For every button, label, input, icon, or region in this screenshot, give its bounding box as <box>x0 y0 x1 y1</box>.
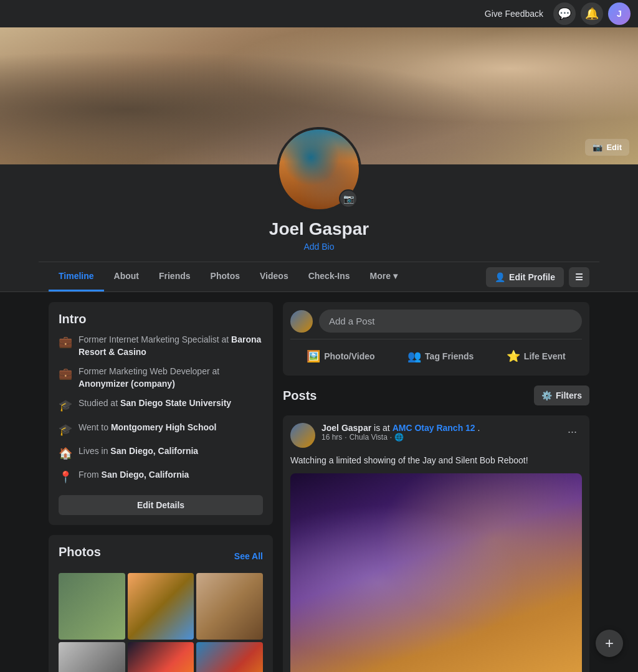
photo-image-1 <box>59 573 125 640</box>
tab-more[interactable]: More ▾ <box>360 262 407 291</box>
work-icon-1: 💼 <box>59 334 72 350</box>
profile-name: Joel Gaspar <box>269 219 369 239</box>
tab-videos[interactable]: Videos <box>250 262 298 291</box>
tab-photos[interactable]: Photos <box>201 262 250 291</box>
work-icon-2: 💼 <box>59 366 72 382</box>
photo-video-label: Photo/Video <box>324 351 374 361</box>
edit-details-button[interactable]: Edit Details <box>59 495 263 515</box>
main-content: Intro 💼 Former Internet Marketing Specia… <box>39 302 599 672</box>
post-location-1: AMC Otay Ranch 12 <box>393 423 475 433</box>
give-feedback-button[interactable]: Give Feedback <box>480 5 548 22</box>
camera-icon: 📷 <box>593 143 602 152</box>
notifications-icon[interactable]: 🔔 <box>581 2 603 25</box>
post-meta-1: 16 hrs · Chula Vista · 🌐 <box>321 433 556 442</box>
post-user-info-1: Joel Gaspar is at AMC Otay Ranch 12 . 16… <box>321 423 556 442</box>
intro-item-3: 🎓 Studied at San Diego State University <box>59 397 263 414</box>
photo-video-button[interactable]: 🖼️ Photo/Video <box>297 344 384 368</box>
tag-friends-label: Tag Friends <box>425 351 474 361</box>
post-time-1: 16 hrs <box>321 433 342 442</box>
intro-item-6: 📍 From San Diego, California <box>59 469 263 485</box>
edu-icon-2: 🎓 <box>59 422 72 438</box>
photo-thumb-6[interactable] <box>196 642 263 672</box>
post-username-1[interactable]: Joel Gaspar <box>321 423 371 433</box>
intro-text-bold-6: San Diego, California <box>102 470 189 480</box>
profile-nav: Timeline About Friends Photos Videos Che… <box>39 262 599 291</box>
post-action-text-1: is at <box>374 423 393 433</box>
edit-profile-icon: 👤 <box>495 272 505 282</box>
post-composer-avatar <box>290 310 313 333</box>
photo-image-6 <box>196 642 263 672</box>
post-image-content-1 <box>290 473 582 672</box>
add-bio-link[interactable]: Add Bio <box>303 242 334 252</box>
photo-image-4 <box>59 642 125 672</box>
profile-avatar-wrapper: 📷 <box>277 127 361 212</box>
chevron-down-icon: ▾ <box>393 271 398 281</box>
photo-image-5 <box>128 642 194 672</box>
posts-title: Posts <box>283 389 317 403</box>
photo-image-2 <box>128 573 194 640</box>
photo-thumb-5[interactable] <box>128 642 194 672</box>
post-user-avatar-1 <box>290 423 315 448</box>
post-header-1: Joel Gaspar is at AMC Otay Ranch 12 . 16… <box>290 423 582 448</box>
photo-thumb-4[interactable] <box>59 642 125 672</box>
photo-video-icon: 🖼️ <box>307 349 320 363</box>
add-post-button[interactable]: Add a Post <box>319 310 582 333</box>
intro-item-4: 🎓 Went to Montgomery High School <box>59 422 263 438</box>
intro-item-1: 💼 Former Internet Marketing Specialist a… <box>59 334 263 358</box>
life-event-label: Life Event <box>524 351 566 361</box>
tab-checkins[interactable]: Check-Ins <box>298 262 360 291</box>
left-column: Intro 💼 Former Internet Marketing Specia… <box>49 302 273 672</box>
tag-friends-button[interactable]: 👥 Tag Friends <box>398 344 483 368</box>
profile-avatar-camera-button[interactable]: 📷 <box>339 189 358 208</box>
photo-image-3 <box>196 573 263 640</box>
profile-wrapper: 📷 Edit 📷 Joel Gaspar Add Bio Timeline Ab… <box>0 0 638 672</box>
globe-icon-1: 🌐 <box>394 433 404 442</box>
post-location-period: . <box>478 423 480 433</box>
add-post-card: Add a Post 🖼️ Photo/Video 👥 Tag Friends … <box>283 302 589 376</box>
see-all-photos-link[interactable]: See All <box>234 551 263 561</box>
post-user-name-1: Joel Gaspar is at AMC Otay Ranch 12 . <box>321 423 556 433</box>
intro-text-prefix-4: Went to <box>79 422 111 432</box>
tab-timeline[interactable]: Timeline <box>49 262 104 291</box>
photos-card: Photos See All <box>49 535 273 672</box>
intro-text-bold-5: San Diego, California <box>110 446 198 456</box>
photo-thumb-3[interactable] <box>196 573 263 640</box>
cover-edit-button[interactable]: 📷 Edit <box>585 139 629 156</box>
messenger-icon[interactable]: 💬 <box>553 2 576 25</box>
filters-icon: ⚙️ <box>541 390 552 400</box>
post-card-1: Joel Gaspar is at AMC Otay Ranch 12 . 16… <box>283 415 589 672</box>
profile-menu-button[interactable]: ☰ <box>569 267 589 287</box>
user-avatar[interactable]: J <box>608 2 631 25</box>
intro-text-prefix-1: Former Internet Marketing Specialist at <box>79 334 231 344</box>
notifications-bell-icon: 🔔 <box>585 7 599 21</box>
tab-friends[interactable]: Friends <box>149 262 201 291</box>
life-event-icon: ⭐ <box>507 349 520 363</box>
post-text-1: Watching a limited showing of the Jay an… <box>290 454 582 467</box>
photo-thumb-2[interactable] <box>128 573 194 640</box>
intro-text-bold-4: Montgomery High School <box>111 422 217 432</box>
intro-text-prefix-2: Former Marketing Web Developer at <box>79 366 219 376</box>
photos-grid <box>59 573 263 672</box>
intro-item-2: 💼 Former Marketing Web Developer at Anon… <box>59 366 263 390</box>
intro-text-prefix-5: Lives in <box>79 446 110 456</box>
camera-edit-icon: 📷 <box>343 194 354 204</box>
filters-button[interactable]: ⚙️ Filters <box>534 386 589 405</box>
life-event-button[interactable]: ⭐ Life Event <box>497 344 576 368</box>
messenger-icon-glyph: 💬 <box>558 7 571 21</box>
tag-friends-icon: 👥 <box>407 349 421 363</box>
user-avatar-initial: J <box>617 9 622 19</box>
photos-title: Photos <box>59 545 101 559</box>
intro-text-prefix-6: From <box>79 470 102 480</box>
profile-section: 📷 Joel Gaspar Add Bio Timeline About Fri… <box>0 164 638 292</box>
post-more-button-1[interactable]: ··· <box>563 423 582 441</box>
edit-profile-button[interactable]: 👤 Edit Profile <box>486 267 564 287</box>
intro-text-prefix-3: Studied at <box>79 398 120 408</box>
intro-text-bold-2: Anonymizer (company) <box>79 379 175 389</box>
nav-actions: 👤 Edit Profile ☰ <box>486 267 589 287</box>
menu-icon: ☰ <box>575 272 583 282</box>
post-divider <box>290 339 582 339</box>
photo-thumb-1[interactable] <box>59 573 125 640</box>
fab-button[interactable]: + <box>596 630 623 657</box>
right-column: Add a Post 🖼️ Photo/Video 👥 Tag Friends … <box>283 302 589 672</box>
tab-about[interactable]: About <box>104 262 149 291</box>
